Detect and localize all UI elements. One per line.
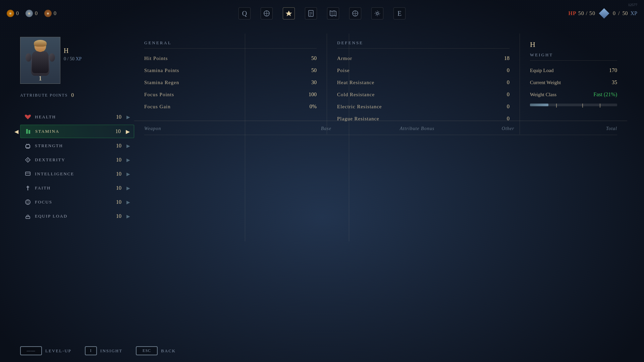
nav-icon-journal[interactable] <box>305 7 317 19</box>
stat-focus-points-value: 100 <box>303 92 317 98</box>
currency-area: ● 0 ● 0 ● 0 <box>7 10 56 17</box>
action-level-up[interactable]: —— Level-Up <box>20 346 71 355</box>
weight-class-value: Fast (21%) <box>593 92 617 98</box>
attr-points-value: 0 <box>71 92 74 98</box>
strength-icon <box>24 142 32 149</box>
hp-xp-area: HP 50 / 50 0 / 50 XP <box>568 10 637 17</box>
weight-title: Weight <box>530 52 617 61</box>
stat-heat-resistance: Heat Resistance 0 <box>337 79 509 85</box>
currency-orange-icon: ● <box>7 10 14 17</box>
svg-point-26 <box>27 200 29 204</box>
nav-icons: Q <box>238 7 406 19</box>
svg-rect-23 <box>25 172 30 175</box>
weapon-table-header: Weapon Base Attribute Bonus Other Total <box>134 126 627 131</box>
xp-current: 0 <box>613 10 615 16</box>
currency-bronze-icon: ● <box>44 10 52 17</box>
equip-load-arrow: ▶ <box>126 214 130 219</box>
stat-stamina-points: Stamina Points 50 <box>144 67 317 73</box>
defense-title: Defense <box>337 40 509 49</box>
top-counter: 12577 <box>628 3 638 7</box>
character-portrait: 1 <box>20 37 60 84</box>
character-name-area: H 0 / 50 XP <box>64 47 82 62</box>
nav-icon-radial[interactable] <box>261 7 273 19</box>
attr-stamina[interactable]: ◀ Stamina 10 ▶ <box>20 125 134 138</box>
stat-poise-value: 0 <box>496 67 509 73</box>
defense-panel: Defense Armor 18 Poise 0 Heat Resistance… <box>327 34 520 134</box>
currency-bronze: ● 0 <box>44 10 56 17</box>
weapon-table-divider <box>144 135 617 135</box>
weight-bar-marker-1 <box>556 104 557 108</box>
nav-icon-character[interactable] <box>283 7 295 19</box>
weight-bar-fill <box>530 104 548 106</box>
attr-focus[interactable]: Focus 10 ▶ <box>20 196 134 208</box>
stat-electric-resistance-value: 0 <box>496 104 509 110</box>
faith-icon <box>24 184 32 192</box>
stat-stamina-points-value: 50 <box>303 67 317 73</box>
stat-hit-points-value: 50 <box>303 55 317 61</box>
attribute-list: Health 10 ▶ ◀ Stamina 10 ▶ Strength 10 ▶ <box>20 111 134 224</box>
nav-icon-map[interactable] <box>327 7 339 19</box>
nav-icon-q[interactable]: Q <box>238 7 251 19</box>
dexterity-arrow: ▶ <box>126 157 130 163</box>
dexterity-label: Dexterity <box>35 157 116 163</box>
top-bar: ● 0 ● 0 ● 0 Q <box>0 0 644 27</box>
strength-label: Strength <box>35 143 116 148</box>
intelligence-icon <box>24 170 32 178</box>
strength-arrow: ▶ <box>126 143 130 149</box>
health-value: 10 <box>116 114 121 120</box>
xp-label: XP <box>631 10 637 16</box>
stat-poise: Poise 0 <box>337 67 509 73</box>
focus-value: 10 <box>116 199 121 205</box>
svg-rect-27 <box>26 217 30 219</box>
svg-marker-8 <box>330 11 336 16</box>
focus-icon <box>24 198 32 206</box>
stat-heat-resistance-label: Heat Resistance <box>337 80 496 85</box>
attr-health[interactable]: Health 10 ▶ <box>20 111 134 123</box>
stat-electric-resistance-label: Electric Resistance <box>337 104 496 110</box>
character-level: 1 <box>39 75 42 82</box>
svg-point-17 <box>376 12 378 14</box>
weight-bar <box>530 104 617 106</box>
hp-max-val: 50 <box>589 10 595 16</box>
stat-focus-gain-label: Focus Gain <box>144 104 303 110</box>
char-xp-current: 0 <box>64 56 66 61</box>
nav-icon-e[interactable]: E <box>393 7 406 19</box>
stat-focus-points: Focus Points 100 <box>144 92 317 98</box>
attr-faith[interactable]: Faith 10 ▶ <box>20 182 134 194</box>
ui-root: ● 0 ● 0 ● 0 Q <box>0 0 644 362</box>
attr-intelligence[interactable]: Intelligence 10 ▶ <box>20 168 134 180</box>
weight-bar-marker-3 <box>600 104 600 108</box>
attr-dexterity[interactable]: Dexterity 10 ▶ <box>20 154 134 166</box>
stamina-label: Stamina <box>35 129 115 134</box>
action-insight[interactable]: I Insight <box>85 346 122 355</box>
stat-cold-resistance-value: 0 <box>496 92 509 98</box>
svg-marker-3 <box>286 11 292 16</box>
stamina-arrow-right[interactable]: ▶ <box>126 128 130 135</box>
bottom-bar: —— Level-Up I Insight ESC Back <box>0 346 644 355</box>
equip-load-value: 10 <box>116 213 121 219</box>
intelligence-value: 10 <box>116 171 121 177</box>
col-weapon-header: Weapon <box>144 126 290 131</box>
currency-silver-value: 0 <box>35 10 38 16</box>
nav-icon-compass[interactable] <box>349 7 361 19</box>
col-total-header: Total <box>544 126 617 131</box>
nav-icon-settings[interactable] <box>371 7 383 19</box>
char-xp-label: XP <box>75 56 82 61</box>
attr-equip-load[interactable]: Equip Load 10 ▶ <box>20 210 134 223</box>
insight-label: Insight <box>100 348 122 354</box>
attr-strength[interactable]: Strength 10 ▶ <box>20 139 134 152</box>
hp-display: HP 50 / 50 <box>568 10 595 16</box>
level-up-key: —— <box>20 346 42 355</box>
level-up-label: Level-Up <box>45 348 71 354</box>
intelligence-arrow: ▶ <box>126 171 130 177</box>
currency-bronze-value: 0 <box>54 10 56 16</box>
attr-points-label: Attribute Points <box>20 93 68 98</box>
stat-cold-resistance: Cold Resistance 0 <box>337 92 509 98</box>
back-label: Back <box>161 348 176 354</box>
action-back[interactable]: ESC Back <box>136 346 176 355</box>
attribute-points-row: Attribute Points 0 <box>20 92 127 98</box>
stat-cold-resistance-label: Cold Resistance <box>337 92 496 98</box>
weight-bar-marker-2 <box>582 104 583 108</box>
col-attr-bonus-header: Attribute Bonus <box>363 126 472 131</box>
stat-stamina-points-label: Stamina Points <box>144 68 303 73</box>
